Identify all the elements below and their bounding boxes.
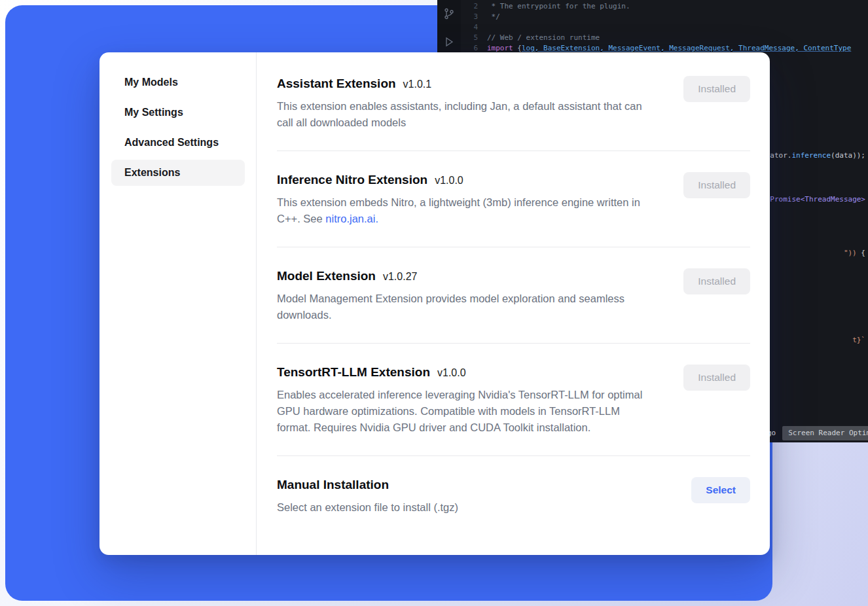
code-fragment: t}` bbox=[852, 335, 865, 346]
sidebar-item-my-models[interactable]: My Models bbox=[111, 69, 245, 96]
run-debug-icon bbox=[444, 37, 454, 47]
extension-row-model: Model Extension v1.0.27 Model Management… bbox=[277, 247, 750, 343]
extension-row-manual-install: Manual Installation Select an extension … bbox=[277, 456, 750, 535]
editor-status-bar: go Screen Reader Optimized bbox=[767, 427, 868, 440]
extension-row-nitro: Inference Nitro Extension v1.0.0 This ex… bbox=[277, 151, 750, 247]
extension-title: Model Extension bbox=[277, 267, 376, 285]
line-number: 4 bbox=[461, 22, 478, 33]
code-text: */ bbox=[478, 12, 500, 22]
extension-title: Manual Installation bbox=[277, 476, 389, 494]
extension-version: v1.0.1 bbox=[403, 79, 432, 90]
extension-title: Inference Nitro Extension bbox=[277, 171, 427, 189]
installed-button[interactable]: Installed bbox=[683, 365, 750, 391]
code-fragment: rator.inference(data)); bbox=[766, 151, 865, 161]
extension-description: Enables accelerated inference leveraging… bbox=[277, 387, 655, 436]
extension-description: Select an extension file to install (.tg… bbox=[277, 499, 458, 516]
extension-title: TensortRT-LLM Extension bbox=[277, 363, 430, 382]
settings-sidebar: My Models My Settings Advanced Settings … bbox=[99, 52, 257, 555]
installed-button[interactable]: Installed bbox=[683, 268, 750, 294]
git-branch-icon bbox=[444, 8, 454, 20]
installed-button[interactable]: Installed bbox=[683, 76, 750, 102]
keyword-token: import bbox=[487, 44, 517, 52]
extension-version: v1.0.27 bbox=[383, 271, 417, 283]
sidebar-item-extensions[interactable]: Extensions bbox=[111, 160, 245, 186]
line-number: 5 bbox=[461, 33, 478, 43]
settings-card: My Models My Settings Advanced Settings … bbox=[99, 52, 770, 555]
identifier-tokens: log, BaseExtension, MessageEvent, Messag… bbox=[522, 44, 851, 52]
screen-reader-status-item: Screen Reader Optimized bbox=[782, 426, 868, 440]
code-line: 3 */ bbox=[461, 12, 868, 22]
extension-title: Assistant Extension bbox=[277, 75, 396, 93]
extension-description: Model Management Extension provides mode… bbox=[277, 291, 655, 323]
sidebar-item-advanced-settings[interactable]: Advanced Settings bbox=[111, 130, 245, 156]
extension-row-tensorrt: TensortRT-LLM Extension v1.0.0 Enables a… bbox=[277, 344, 750, 455]
code-text bbox=[478, 22, 487, 33]
code-line: 5 // Web / extension runtime bbox=[461, 33, 868, 43]
code-line: 4 bbox=[461, 22, 868, 33]
punctuation-token: { bbox=[517, 44, 522, 52]
code-fragment: ")) { bbox=[844, 248, 865, 258]
line-number: 2 bbox=[461, 1, 478, 12]
code-text: // Web / extension runtime bbox=[478, 33, 600, 43]
extension-description: This extension embeds Nitro, a lightweig… bbox=[277, 194, 655, 227]
code-fragment: Promise<ThreadMessage> bbox=[770, 194, 865, 205]
extension-version: v1.0.0 bbox=[435, 175, 463, 187]
select-file-button[interactable]: Select bbox=[691, 477, 750, 503]
extension-row-assistant: Assistant Extension v1.0.1 This extensio… bbox=[277, 75, 750, 151]
code-text: * The entrypoint for the plugin. bbox=[478, 1, 630, 12]
code-lines: 2 * The entrypoint for the plugin. 3 */ … bbox=[461, 1, 868, 54]
nitro-jan-ai-link[interactable]: nitro.jan.ai. bbox=[325, 213, 378, 224]
line-number: 3 bbox=[461, 12, 478, 22]
sidebar-item-my-settings[interactable]: My Settings bbox=[111, 99, 245, 126]
page: 2 * The entrypoint for the plugin. 3 */ … bbox=[0, 0, 868, 606]
extension-version: v1.0.0 bbox=[437, 367, 466, 379]
installed-button[interactable]: Installed bbox=[683, 172, 750, 198]
extensions-panel: Assistant Extension v1.0.1 This extensio… bbox=[257, 52, 770, 555]
code-line: 2 * The entrypoint for the plugin. bbox=[461, 1, 868, 12]
extension-description: This extension enables assistants, inclu… bbox=[277, 98, 655, 131]
